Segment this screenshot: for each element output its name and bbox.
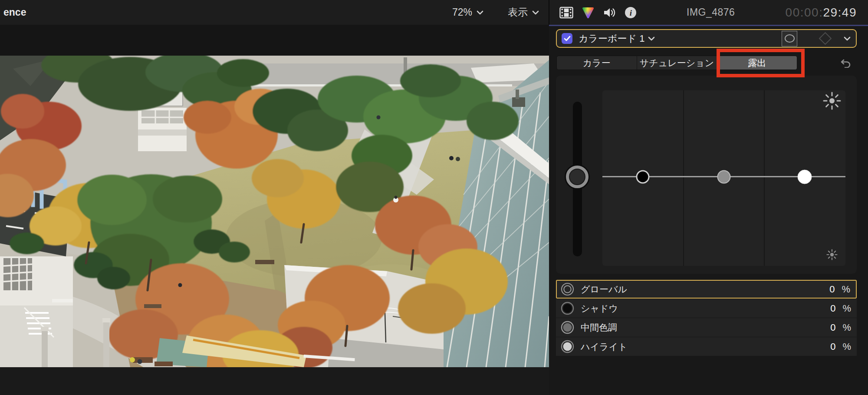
project-name-truncated: ence [3,0,26,25]
top-toolbar: ence 72% 表示 [0,0,868,25]
panel-accent-line [549,25,868,26]
filmstrip-icon[interactable] [559,7,573,19]
row-unit: % [842,341,851,352]
park-aerial-footage [0,56,549,367]
highlights-puck[interactable] [798,170,812,184]
correction-name-label: カラーボード 1 [579,32,644,45]
color-board-tabbar: カラー サチュレーション 露出 [556,56,797,70]
row-value[interactable]: 0 [822,322,835,333]
zoom-level-dropdown[interactable]: 72% [452,0,483,25]
clip-title: IMG_4876 [687,0,735,25]
exposure-board[interactable] [602,90,845,266]
shape-mask-icon[interactable] [782,31,797,46]
video-viewer [0,25,549,395]
row-value[interactable]: 0 [822,284,835,295]
timecode-seconds-frames: 29:49 [823,6,857,20]
video-frame [0,56,549,367]
toolbar-divider [549,0,549,25]
shadows-circle-icon [561,302,574,315]
speaker-icon[interactable] [603,7,616,19]
timecode-hours-minutes: 00:00: [786,6,823,20]
row-label: ハイライト [581,341,627,353]
viewer-lower-area [0,367,549,395]
view-menu-label: 表示 [508,6,528,19]
row-label: 中間色調 [581,322,617,334]
row-value[interactable]: 0 [822,303,835,314]
final-cut-color-board-window: ence 72% 表示 [0,0,868,395]
timecode-display: 00:00:29:49 [786,0,857,25]
color-board-correction-row[interactable]: カラーボード 1 [556,29,857,48]
highlights-circle-icon [561,340,574,353]
tab-color[interactable]: カラー [557,56,637,70]
tab-saturation[interactable]: サチュレーション [637,56,717,70]
midtones-puck[interactable] [717,170,731,184]
info-icon[interactable]: i [625,7,637,19]
correction-enabled-checkbox[interactable] [562,33,572,44]
keyframe-diamond-icon[interactable] [819,32,832,45]
tab-exposure[interactable]: 露出 [717,56,797,70]
brightness-high-icon [823,92,841,110]
row-midtones[interactable]: 中間色調 0 % [556,318,857,337]
view-menu-dropdown[interactable]: 表示 [508,0,539,25]
row-shadows[interactable]: シャドウ 0 % [556,299,857,318]
midtones-circle-icon [561,321,574,334]
color-inspector-panel: カラーボード 1 カラー サチュレーション 露出 [549,25,868,395]
svg-text:i: i [630,8,632,17]
zoom-level-value: 72% [452,7,472,18]
exposure-board-container [556,76,857,274]
row-unit: % [842,322,851,333]
chevron-down-icon[interactable] [648,37,655,41]
row-value[interactable]: 0 [822,341,835,352]
row-global[interactable]: グローバル 0 % [556,280,857,299]
reset-arrow-icon [840,58,852,68]
chevron-down-icon [477,10,483,15]
row-unit: % [842,303,851,314]
row-highlights[interactable]: ハイライト 0 % [556,337,857,356]
exposure-parameter-list: グローバル 0 % シャドウ 0 % 中間色調 0 [556,280,857,356]
global-puck[interactable] [566,166,589,188]
brightness-low-icon [826,249,838,260]
global-ring-icon [561,282,574,296]
reset-button[interactable] [839,57,853,69]
chevron-down-icon[interactable] [844,37,851,41]
row-label: シャドウ [581,302,618,315]
shadows-puck[interactable] [636,170,650,184]
board-column-divider [683,90,684,266]
row-label: グローバル [581,283,627,295]
row-unit: % [842,284,850,295]
chevron-down-icon [532,10,539,15]
color-cone-icon[interactable] [582,7,594,19]
checkbox-check-icon [564,36,571,41]
board-column-divider [764,90,765,266]
